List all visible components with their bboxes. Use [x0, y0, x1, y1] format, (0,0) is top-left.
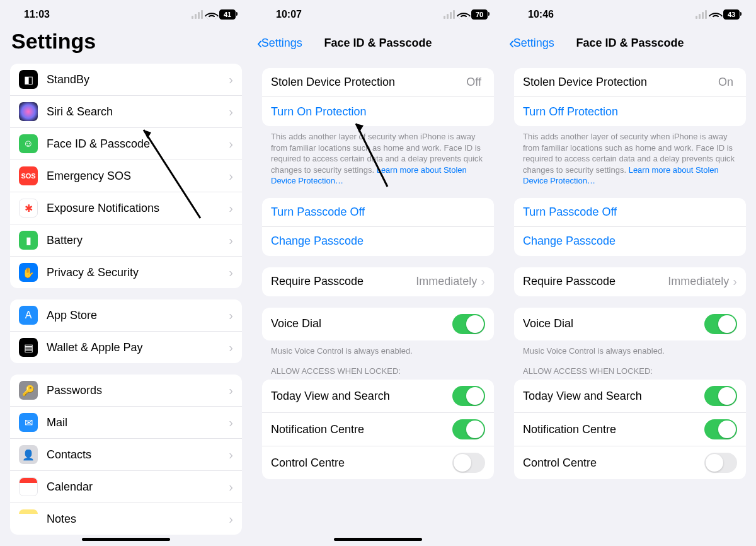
chevron-right-icon: › — [229, 169, 233, 183]
require-passcode-row[interactable]: Require PasscodeImmediately› — [514, 267, 746, 296]
settings-row-faceid-passcode[interactable]: ☺Face ID & Passcode› — [10, 128, 242, 160]
sdp-label: Stolen Device Protection — [523, 76, 718, 89]
settings-row-siri-search[interactable]: Siri & Search› — [10, 96, 242, 128]
battery-icon: ▮ — [19, 231, 38, 250]
row-label: StandBy — [47, 73, 229, 86]
settings-row-passwords[interactable]: 🔑Passwords› — [10, 375, 242, 407]
row-label: Siri & Search — [47, 105, 229, 119]
row-label: Battery — [47, 234, 229, 247]
voice-dial-row: Voice Dial — [514, 308, 746, 340]
voice-dial-toggle[interactable] — [704, 314, 737, 334]
row-label: Calendar — [47, 480, 229, 494]
chevron-right-icon: › — [229, 512, 233, 526]
page-title: Settings — [0, 29, 252, 59]
change-passcode-button[interactable]: Change Passcode — [262, 227, 494, 256]
sdp-footer: This adds another layer of security when… — [504, 126, 756, 187]
require-value: Immediately — [668, 275, 729, 288]
notification-centre-row: Notification Centre — [262, 413, 494, 446]
settings-group-3: 🔑Passwords›✉Mail›👤Contacts›Calendar›Note… — [10, 375, 242, 535]
sdp-status-row[interactable]: Stolen Device ProtectionOn — [514, 68, 746, 97]
chevron-right-icon: › — [229, 201, 233, 216]
mail-icon: ✉ — [19, 413, 38, 432]
row-label: Face ID & Passcode — [47, 137, 229, 151]
settings-row-battery[interactable]: ▮Battery› — [10, 224, 242, 257]
back-button[interactable]: ‹Settings — [257, 35, 302, 51]
notification-centre-row: Notification Centre — [514, 413, 746, 446]
passwords-icon: 🔑 — [19, 381, 38, 400]
sdp-status-row[interactable]: Stolen Device ProtectionOff — [262, 68, 494, 97]
row-label: Notes — [47, 513, 229, 526]
voice-dial-toggle[interactable] — [452, 314, 485, 334]
require-passcode-row[interactable]: Require PasscodeImmediately› — [262, 267, 494, 296]
chevron-right-icon: › — [229, 233, 233, 248]
voice-group: Voice Dial — [514, 308, 746, 340]
sdp-action-label: Turn On Protection — [271, 105, 366, 119]
notif-toggle[interactable] — [452, 419, 485, 439]
control-toggle[interactable] — [704, 453, 737, 473]
chevron-right-icon: › — [229, 448, 233, 462]
settings-row-wallet-apple-pay[interactable]: ▤Wallet & Apple Pay› — [10, 332, 242, 363]
sdp-group: Stolen Device ProtectionOff Turn On Prot… — [262, 68, 494, 126]
wallet-apple-pay-icon: ▤ — [19, 338, 38, 357]
settings-row-standby[interactable]: ◧StandBy› — [10, 64, 242, 96]
row-label: Privacy & Security — [47, 266, 229, 279]
faceid-passcode-icon: ☺ — [19, 134, 38, 153]
sdp-action-label: Turn Off Protection — [523, 105, 618, 119]
settings-row-exposure-notifications[interactable]: ✱Exposure Notifications› — [10, 192, 242, 224]
chevron-right-icon: › — [229, 383, 233, 398]
sdp-footer: This adds another layer of security when… — [252, 126, 504, 187]
passcode-group: Turn Passcode Off Change Passcode — [514, 198, 746, 256]
row-label: Emergency SOS — [47, 170, 229, 183]
sdp-label: Stolen Device Protection — [271, 76, 466, 89]
row-label: Wallet & Apple Pay — [47, 341, 229, 354]
settings-panel: 11:03 41 Settings ◧StandBy›Siri & Search… — [0, 0, 252, 546]
row-label: Exposure Notifications — [47, 202, 229, 215]
passcode-group: Turn Passcode Off Change Passcode — [262, 198, 494, 256]
settings-row-emergency-sos[interactable]: SOSEmergency SOS› — [10, 160, 242, 192]
control-toggle[interactable] — [452, 453, 485, 473]
turn-passcode-off-button[interactable]: Turn Passcode Off — [514, 198, 746, 227]
chevron-right-icon: › — [229, 105, 233, 119]
require-group: Require PasscodeImmediately› — [514, 267, 746, 296]
turn-passcode-off-button[interactable]: Turn Passcode Off — [262, 198, 494, 227]
back-label: Settings — [261, 37, 302, 50]
turn-off-protection-button[interactable]: Turn Off Protection — [514, 97, 746, 126]
notif-toggle[interactable] — [704, 419, 737, 439]
today-toggle[interactable] — [452, 386, 485, 406]
back-button[interactable]: ‹Settings — [509, 35, 554, 51]
chevron-right-icon: › — [229, 137, 233, 151]
turn-on-protection-button[interactable]: Turn On Protection — [262, 97, 494, 126]
nav-bar: ‹Settings Face ID & Passcode — [504, 29, 756, 57]
control-centre-row: Control Centre — [262, 446, 494, 479]
chevron-right-icon: › — [481, 274, 485, 289]
cellular-icon — [192, 10, 203, 19]
voice-group: Voice Dial — [262, 308, 494, 340]
control-centre-row: Control Centre — [514, 446, 746, 479]
allow-group: Today View and Search Notification Centr… — [514, 380, 746, 479]
faceid-panel-on: 10:46 43 ‹Settings Face ID & Passcode St… — [504, 0, 756, 546]
settings-row-privacy-security[interactable]: ✋Privacy & Security› — [10, 257, 242, 288]
settings-row-contacts[interactable]: 👤Contacts› — [10, 439, 242, 471]
battery-icon: 70 — [471, 9, 488, 20]
status-time: 11:03 — [24, 9, 50, 20]
settings-row-notes[interactable]: Notes› — [10, 503, 242, 535]
allow-header: ALLOW ACCESS WHEN LOCKED: — [252, 356, 504, 380]
settings-row-mail[interactable]: ✉Mail› — [10, 407, 242, 439]
today-toggle[interactable] — [704, 386, 737, 406]
exposure-notifications-icon: ✱ — [19, 199, 38, 218]
cellular-icon — [444, 10, 455, 19]
voice-dial-row: Voice Dial — [262, 308, 494, 340]
settings-row-app-store[interactable]: AApp Store› — [10, 299, 242, 332]
status-time: 10:07 — [276, 9, 302, 20]
row-label: Passwords — [47, 384, 229, 397]
home-indicator — [82, 538, 170, 541]
change-passcode-button[interactable]: Change Passcode — [514, 227, 746, 256]
voice-footer: Music Voice Control is always enabled. — [252, 340, 504, 357]
nav-title: Face ID & Passcode — [576, 37, 684, 50]
allow-header: ALLOW ACCESS WHEN LOCKED: — [504, 356, 756, 380]
chevron-right-icon: › — [229, 265, 233, 280]
emergency-sos-icon: SOS — [19, 166, 38, 185]
settings-row-calendar[interactable]: Calendar› — [10, 471, 242, 503]
cellular-icon — [696, 10, 707, 19]
battery-icon: 41 — [219, 9, 236, 20]
